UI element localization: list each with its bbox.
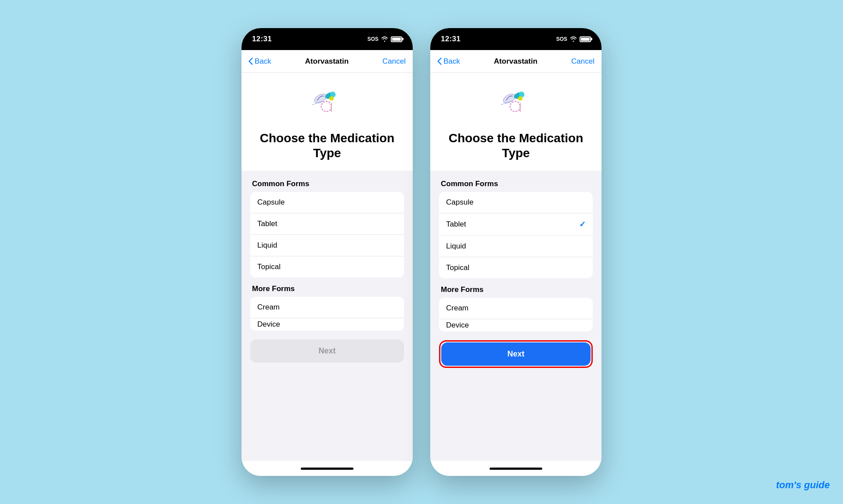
med-icon-area-left xyxy=(241,73,413,127)
more-forms-header-right: More Forms xyxy=(439,285,593,294)
svg-point-0 xyxy=(313,92,328,104)
back-button-right[interactable]: Back xyxy=(437,57,460,66)
watermark: tom's guide xyxy=(776,479,830,491)
common-forms-header-left: Common Forms xyxy=(250,180,404,188)
sos-left: SOS xyxy=(367,36,378,42)
list-item-liquid-left[interactable]: Liquid xyxy=(250,235,404,256)
list-item-device-right[interactable]: Device xyxy=(439,319,593,331)
common-forms-list-right: Capsule Tablet ✓ Liquid Topical xyxy=(439,192,593,278)
back-label-left: Back xyxy=(255,57,271,66)
next-button-right[interactable]: Next xyxy=(441,342,591,366)
next-button-area-left: Next xyxy=(241,331,413,363)
more-forms-list-left: Cream Device xyxy=(250,297,404,331)
list-item-device-left[interactable]: Device xyxy=(250,318,404,331)
home-indicator-left xyxy=(241,461,413,476)
medication-icon-left xyxy=(305,83,349,119)
common-forms-header-right: Common Forms xyxy=(439,180,593,188)
common-forms-list-left: Capsule Tablet Liquid Topical xyxy=(250,192,404,277)
battery-fill-left xyxy=(392,38,401,41)
page-title-left: Choose the Medication Type xyxy=(256,131,399,160)
list-item-tablet-right[interactable]: Tablet ✓ xyxy=(439,213,593,236)
time-right: 12:31 xyxy=(441,35,461,43)
svg-point-3 xyxy=(321,101,331,112)
nav-bar-right: Back Atorvastatin Cancel xyxy=(430,50,602,73)
battery-icon-left xyxy=(391,36,402,42)
cancel-button-left[interactable]: Cancel xyxy=(382,57,406,66)
nav-bar-left: Back Atorvastatin Cancel xyxy=(241,50,413,73)
phone-right: 12:31 SOS Back Atorvastat xyxy=(430,28,602,476)
status-icons-left: SOS xyxy=(367,36,402,42)
checkmark-tablet-right: ✓ xyxy=(579,220,586,229)
phones-container: 12:31 SOS Back Atorvastat xyxy=(241,28,602,476)
status-bar-left: 12:31 SOS xyxy=(241,28,413,50)
status-icons-right: SOS xyxy=(556,36,591,42)
list-item-liquid-right[interactable]: Liquid xyxy=(439,236,593,257)
common-forms-section-right: Common Forms Capsule Tablet ✓ Liquid Top… xyxy=(430,171,602,278)
list-item-cream-left[interactable]: Cream xyxy=(250,297,404,318)
home-indicator-right xyxy=(430,461,602,476)
list-item-topical-left[interactable]: Topical xyxy=(250,256,404,277)
status-bar-right: 12:31 SOS xyxy=(430,28,602,50)
home-bar-left xyxy=(301,468,353,470)
more-forms-header-left: More Forms xyxy=(250,284,404,293)
phone-left: 12:31 SOS Back Atorvastat xyxy=(241,28,413,476)
sos-right: SOS xyxy=(556,36,567,42)
wifi-icon-right xyxy=(570,36,577,42)
cancel-button-right[interactable]: Cancel xyxy=(571,57,594,66)
svg-point-14 xyxy=(518,96,522,101)
title-area-right: Choose the Medication Type xyxy=(430,127,602,171)
time-left: 12:31 xyxy=(252,35,272,43)
med-icon-area-right xyxy=(430,73,602,127)
medication-icon-right xyxy=(494,83,538,119)
screen-content-left: Choose the Medication Type Common Forms … xyxy=(241,73,413,461)
next-button-left[interactable]: Next xyxy=(250,339,404,363)
battery-icon-right xyxy=(580,36,591,42)
nav-title-right: Atorvastatin xyxy=(494,57,537,66)
svg-point-10 xyxy=(502,92,517,104)
page-title-right: Choose the Medication Type xyxy=(444,131,587,160)
next-button-highlight-right: Next xyxy=(439,340,593,368)
list-item-topical-right[interactable]: Topical xyxy=(439,257,593,278)
back-button-left[interactable]: Back xyxy=(249,57,271,66)
next-button-area-right: Next xyxy=(430,331,602,368)
screen-content-right: Choose the Medication Type Common Forms … xyxy=(430,73,602,461)
list-item-capsule-right[interactable]: Capsule xyxy=(439,192,593,213)
wifi-icon-left xyxy=(381,36,388,42)
more-forms-section-left: More Forms Cream Device xyxy=(241,277,413,331)
back-chevron-right xyxy=(437,58,442,65)
list-item-capsule-left[interactable]: Capsule xyxy=(250,192,404,213)
list-item-cream-right[interactable]: Cream xyxy=(439,298,593,319)
svg-point-4 xyxy=(329,96,334,101)
more-forms-list-right: Cream Device xyxy=(439,298,593,331)
nav-title-left: Atorvastatin xyxy=(305,57,349,66)
svg-point-13 xyxy=(510,101,520,112)
common-forms-section-left: Common Forms Capsule Tablet Liquid Topic… xyxy=(241,171,413,277)
back-label-right: Back xyxy=(443,57,460,66)
list-item-tablet-left[interactable]: Tablet xyxy=(250,213,404,235)
more-forms-section-right: More Forms Cream Device xyxy=(430,278,602,331)
back-chevron-left xyxy=(249,58,253,65)
battery-fill-right xyxy=(581,38,590,41)
home-bar-right xyxy=(490,468,542,470)
title-area-left: Choose the Medication Type xyxy=(241,127,413,171)
